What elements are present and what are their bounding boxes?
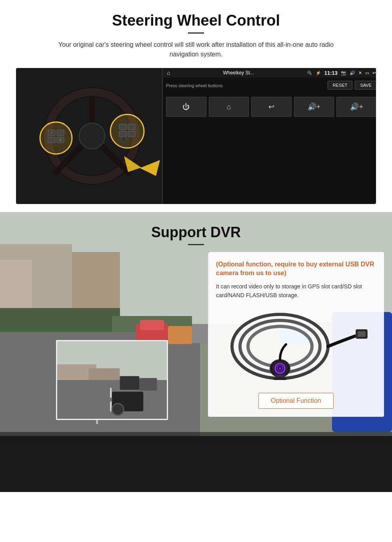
title-divider: [188, 32, 204, 34]
dvr-title-divider: [188, 244, 204, 245]
steering-image-container: + ↑ - ↺: [16, 68, 376, 204]
svg-rect-36: [140, 320, 164, 330]
mirror-icon: ▭: [365, 70, 369, 76]
app-name: Wheelkey St...: [173, 70, 303, 76]
steering-subtitle: Your original car's steering wheel contr…: [52, 40, 340, 59]
back-button[interactable]: ↩: [251, 97, 292, 117]
svg-rect-37: [168, 326, 192, 344]
svg-rect-52: [120, 376, 140, 390]
steering-section: Steering Wheel Control Your original car…: [0, 0, 392, 212]
svg-rect-51: [110, 402, 112, 411]
dvr-title-area: Support DVR: [0, 212, 392, 252]
clock: 11:13: [324, 70, 338, 76]
svg-text:↺: ↺: [59, 138, 62, 141]
usb-icon: 🔌: [307, 70, 312, 76]
optional-function-button[interactable]: Optional Function: [258, 393, 333, 409]
dvr-title: Support DVR: [0, 224, 392, 241]
svg-point-7: [40, 122, 72, 154]
dvr-thumb-svg: [57, 340, 167, 420]
svg-point-55: [112, 404, 124, 415]
dvr-camera-svg: [224, 306, 368, 386]
svg-point-6: [79, 123, 105, 149]
dvr-screenshot-thumbnail: [56, 340, 168, 420]
svg-rect-17: [119, 124, 126, 130]
svg-rect-43: [0, 436, 392, 492]
svg-rect-53: [140, 378, 157, 390]
power-button[interactable]: ⏻: [166, 97, 206, 117]
steering-title: Steering Wheel Control: [16, 12, 376, 29]
svg-point-67: [272, 360, 288, 376]
reset-save-row: RESET SAVE: [328, 81, 376, 90]
svg-rect-60: [358, 331, 366, 337]
camera-icon: 📷: [341, 70, 346, 76]
reset-button[interactable]: RESET: [328, 81, 353, 90]
home-button[interactable]: ⌂: [209, 97, 249, 117]
svg-point-21: [121, 136, 126, 142]
control-label: Press steering wheel buttons: [166, 83, 222, 88]
svg-rect-44: [0, 432, 392, 444]
dvr-screenshot-inner: [57, 341, 167, 419]
save-button[interactable]: SAVE: [355, 81, 376, 90]
svg-point-16: [110, 114, 144, 148]
vol-down-button[interactable]: 🔊+: [336, 97, 376, 117]
x-icon: ✕: [358, 70, 362, 76]
svg-rect-19: [119, 131, 126, 137]
steering-wheel-svg: + ↑ - ↺: [24, 76, 160, 196]
svg-rect-66: [274, 378, 286, 380]
dvr-section: Support DVR: [0, 212, 392, 492]
svg-rect-50: [110, 388, 112, 398]
optional-text: (Optional function, require to buy exter…: [216, 260, 376, 278]
svg-text:+: +: [51, 131, 52, 134]
steering-wheel-bg: + ↑ - ↺: [16, 68, 168, 204]
home-icon: ⌂: [167, 70, 170, 76]
svg-rect-18: [128, 124, 135, 130]
back-icon: ↩: [372, 70, 376, 76]
dvr-info-card: (Optional function, require to buy exter…: [208, 252, 384, 417]
dvr-description: It can record video only to storage in G…: [216, 282, 376, 300]
android-screen: ⌂ Wheelkey St... 🔌 ⚡ 11:13 📷 🔊 ✕ ▭ ↩ Pre…: [162, 68, 376, 204]
steering-wheel-illustration: + ↑ - ↺: [24, 76, 160, 196]
svg-text:↑: ↑: [60, 131, 61, 134]
android-main: Press steering wheel buttons RESET SAVE …: [163, 78, 376, 120]
status-bar: ⌂ Wheelkey St... 🔌 ⚡ 11:13 📷 🔊 ✕ ▭ ↩: [163, 68, 376, 78]
volume-icon: 🔊: [350, 70, 355, 76]
svg-rect-20: [128, 131, 135, 137]
control-buttons-grid: ⏻ ⌂ ↩ 🔊+ 🔊+: [166, 97, 376, 117]
vol-up-button[interactable]: 🔊+: [294, 97, 334, 117]
usb2-icon: ⚡: [316, 70, 321, 76]
dvr-camera-image: [216, 306, 376, 386]
